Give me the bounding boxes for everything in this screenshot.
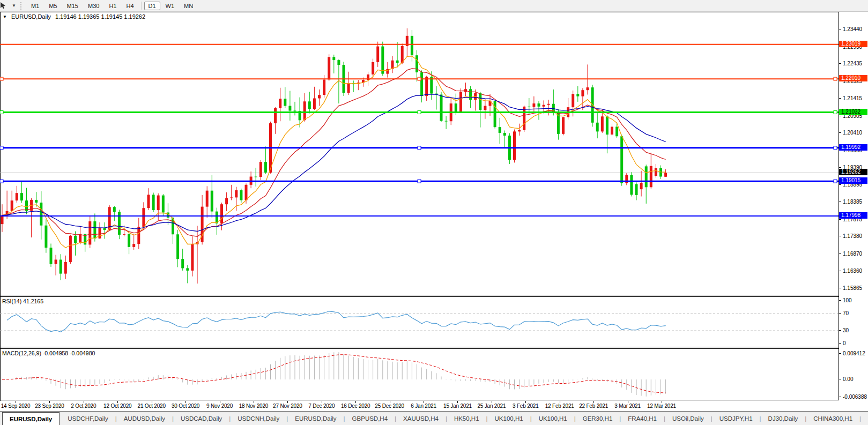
price-axis[interactable]: 1.234401.229301.224351.219251.214151.209… bbox=[839, 12, 868, 411]
date-label: 21 Oct 2020 bbox=[138, 403, 166, 409]
candle-body bbox=[635, 184, 638, 195]
chart-tab-uk100-h1[interactable]: UK100,H1 bbox=[532, 412, 574, 425]
line-handle[interactable] bbox=[418, 146, 421, 150]
timeframe-button-mn[interactable]: MN bbox=[180, 2, 197, 10]
line-handle[interactable] bbox=[834, 146, 837, 150]
candle-body bbox=[337, 60, 340, 65]
candle-body bbox=[518, 130, 521, 132]
candle-body bbox=[494, 101, 496, 127]
chart-tab-usoil-daily[interactable]: USOil,Daily bbox=[665, 412, 711, 425]
cursor-dropdown-icon[interactable]: ▼ bbox=[11, 1, 17, 10]
date-label: 7 Dec 2020 bbox=[308, 403, 335, 409]
chart-tab-uk100-h1[interactable]: UK100,H1 bbox=[488, 412, 530, 425]
date-label: 14 Sep 2020 bbox=[1, 403, 31, 409]
timeframe-buttons: M1M5M15M30H1H4D1W1MN bbox=[26, 2, 198, 10]
timeframe-button-h4[interactable]: H4 bbox=[122, 2, 138, 10]
date-label: 12 Feb 2021 bbox=[545, 403, 574, 409]
line-handle[interactable] bbox=[418, 180, 421, 183]
chart-tab-usdcad-daily[interactable]: USDCAD,Daily bbox=[174, 412, 229, 425]
line-handle[interactable] bbox=[0, 111, 3, 114]
candle-body bbox=[20, 193, 23, 200]
date-label: 22 Feb 2021 bbox=[579, 403, 608, 409]
chart-tab-usdcnh-daily[interactable]: USDCNH,Daily bbox=[231, 412, 286, 425]
candle-body bbox=[587, 87, 589, 90]
chart-tab-usoil-daily[interactable]: USOil,Daily bbox=[861, 412, 868, 425]
timeframe-button-m30[interactable]: M30 bbox=[84, 2, 103, 10]
candle-body bbox=[411, 36, 413, 55]
candle-body bbox=[79, 234, 81, 243]
candle-body bbox=[655, 168, 657, 176]
candle-body bbox=[181, 259, 184, 268]
macd-panel[interactable] bbox=[0, 349, 839, 400]
line-handle[interactable] bbox=[834, 111, 837, 114]
line-handle[interactable] bbox=[0, 180, 3, 183]
chart-tab-dj30-daily[interactable]: DJ30,Daily bbox=[761, 412, 805, 425]
date-label: 23 Sep 2020 bbox=[35, 403, 64, 409]
candle-body bbox=[523, 107, 525, 130]
candle-body bbox=[128, 234, 130, 247]
chart-tab-china300-h1[interactable]: CHINA300,H1 bbox=[806, 412, 859, 425]
candle-body bbox=[347, 84, 350, 93]
price-axis-tick: 1.15865 bbox=[839, 285, 868, 292]
price-level-tag: 1.17998 bbox=[839, 212, 867, 219]
cursor-tool-icon[interactable] bbox=[1, 1, 10, 10]
date-label: 9 Nov 2020 bbox=[206, 403, 233, 409]
candle-body bbox=[425, 77, 428, 96]
chart-tab-eurusd-daily[interactable]: EURUSD,Daily bbox=[2, 412, 60, 425]
chart-tab-usdchf-daily[interactable]: USDCHF,Daily bbox=[61, 412, 115, 425]
price-level-tag: 1.23019 bbox=[839, 41, 867, 47]
candle-body bbox=[650, 166, 652, 188]
candle-body bbox=[640, 183, 643, 189]
chart-tab-fra40-h1[interactable]: FRA40,H1 bbox=[621, 412, 664, 425]
timeframe-button-m15[interactable]: M15 bbox=[63, 2, 83, 10]
rsi-panel[interactable] bbox=[0, 297, 839, 347]
candle-body bbox=[543, 105, 545, 107]
candle-body bbox=[611, 126, 613, 135]
date-label: 16 Dec 2020 bbox=[341, 403, 370, 409]
rsi-panel-bottom-border[interactable] bbox=[0, 347, 839, 347]
timeframe-button-m1[interactable]: M1 bbox=[27, 2, 43, 10]
candle-body bbox=[645, 166, 648, 187]
candle-body bbox=[615, 126, 618, 136]
main-panel-bottom-border[interactable] bbox=[0, 295, 839, 295]
candle-body bbox=[581, 90, 584, 96]
chart-tab-ger30-h1[interactable]: GER30,H1 bbox=[576, 412, 620, 425]
candle-body bbox=[274, 108, 277, 123]
date-label: 12 Mar 2021 bbox=[647, 403, 676, 409]
timeframe-button-m5[interactable]: M5 bbox=[44, 2, 61, 10]
chart-tab-xauusd-h4[interactable]: XAUUSD,H4 bbox=[396, 412, 446, 425]
candle-body bbox=[308, 101, 311, 109]
candle-body bbox=[40, 203, 42, 226]
candle-body bbox=[538, 103, 540, 107]
price-axis-tick: 1.16360 bbox=[839, 268, 868, 274]
chart-tab-gbpusd-h4[interactable]: GBPUSD,H4 bbox=[345, 412, 395, 425]
candle-body bbox=[60, 259, 62, 273]
line-handle[interactable] bbox=[834, 180, 837, 183]
main-price-chart[interactable] bbox=[0, 12, 839, 295]
line-handle[interactable] bbox=[0, 146, 3, 150]
date-axis[interactable]: 14 Sep 202023 Sep 20202 Oct 202012 Oct 2… bbox=[0, 401, 868, 411]
candle-body bbox=[186, 268, 189, 270]
collapse-icon[interactable]: ▼ bbox=[3, 14, 7, 19]
ma-fast-line bbox=[2, 56, 666, 248]
candle-body bbox=[132, 244, 135, 247]
candle-body bbox=[313, 99, 316, 109]
toolbar-grip-handle[interactable] bbox=[20, 2, 23, 10]
candle-body bbox=[137, 227, 140, 244]
chart-tab-usdjpy-h1[interactable]: USDJPY,H1 bbox=[713, 412, 760, 425]
rsi-axis-tick: 30 bbox=[839, 327, 868, 334]
chart-tab-eurusd-daily[interactable]: EURUSD,Daily bbox=[288, 412, 343, 425]
timeframe-button-w1[interactable]: W1 bbox=[161, 2, 179, 10]
chart-tab-hk50-h1[interactable]: HK50,H1 bbox=[447, 412, 486, 425]
line-handle[interactable] bbox=[418, 111, 421, 114]
price-level-tag: 1.19015 bbox=[839, 177, 867, 184]
line-handle[interactable] bbox=[418, 77, 421, 80]
chart-tab-audusd-daily[interactable]: AUDUSD,Daily bbox=[117, 412, 172, 425]
timeframe-button-h1[interactable]: H1 bbox=[105, 2, 121, 10]
line-handle[interactable] bbox=[0, 77, 3, 80]
candle-body bbox=[601, 116, 604, 131]
line-handle[interactable] bbox=[834, 77, 837, 80]
timeframe-button-d1[interactable]: D1 bbox=[144, 2, 160, 10]
candle-body bbox=[55, 259, 57, 264]
candle-body bbox=[11, 200, 13, 211]
